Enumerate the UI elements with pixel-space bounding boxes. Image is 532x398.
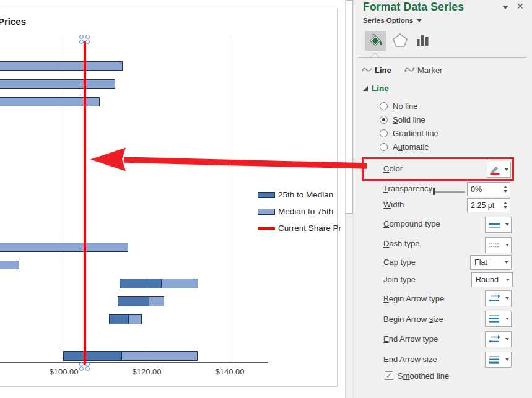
selection-handle[interactable] [79, 366, 84, 371]
x-axis-tick-label: $100.00 [50, 367, 79, 376]
chevron-down-icon [503, 358, 511, 361]
selection-handle[interactable] [85, 40, 90, 44]
pane-options-chevron-icon[interactable] [502, 6, 508, 9]
paint-bucket-icon [368, 33, 383, 49]
smoothed-line-checkbox[interactable]: ✓ [385, 371, 393, 380]
close-icon[interactable]: ✕ [517, 1, 524, 11]
selection-handle[interactable] [79, 40, 84, 44]
transparency-spinner[interactable]: 0% [467, 182, 510, 196]
compound-type-dropdown[interactable] [485, 217, 512, 233]
compound-lines-icon [486, 220, 503, 230]
tab-marker[interactable]: Marker [404, 66, 442, 75]
divider [359, 57, 527, 58]
scrollbar-thumb[interactable] [346, 0, 353, 214]
gridline [230, 36, 230, 362]
series-options-dropdown[interactable]: Series Options [363, 17, 422, 24]
radio-solid-line[interactable]: Solid line [380, 115, 425, 124]
section-line-header[interactable]: Line [363, 84, 389, 93]
cap-type-dropdown[interactable]: Flat [470, 255, 512, 270]
price-range-bar[interactable] [0, 261, 19, 269]
chevron-down-icon [502, 261, 511, 264]
series-options-label: Series Options [363, 17, 413, 24]
end-arrow-type-label: End Arrow type [383, 334, 438, 344]
selection-handle[interactable] [85, 366, 90, 371]
price-range-bar[interactable] [0, 243, 128, 252]
selection-handle[interactable] [85, 35, 90, 39]
legend-swatch-icon [258, 192, 275, 198]
chevron-down-icon [503, 223, 511, 226]
spinner-arrows-icon[interactable] [500, 199, 510, 212]
chart-legend[interactable]: 25th to MedianMedian to 75thCurrent Shar… [258, 186, 341, 236]
price-range-bar[interactable] [0, 79, 115, 89]
bar-segment-25th-to-median[interactable] [120, 279, 162, 288]
price-range-bar[interactable] [118, 296, 164, 306]
gridline [147, 36, 147, 362]
radio-automatic[interactable]: Automatic [380, 142, 429, 152]
chevron-down-icon [502, 168, 510, 171]
bar-chart-icon [415, 33, 430, 49]
radio-solid-line-label: Solid line [393, 115, 425, 124]
radio-gradient-line[interactable]: Gradient line [380, 128, 438, 138]
radio-icon[interactable] [380, 129, 388, 137]
chart-border [0, 9, 338, 9]
legend-label: 25th to Median [278, 190, 333, 199]
transparency-slider-thumb[interactable] [433, 188, 435, 195]
arrow-size-icon [486, 314, 503, 324]
legend-label: Median to 75th [278, 207, 333, 216]
begin-arrow-type-dropdown[interactable] [485, 290, 512, 306]
bar-segment-25th-to-median[interactable] [110, 315, 129, 324]
bar-segment-25th-to-median[interactable] [118, 297, 149, 306]
join-type-dropdown[interactable]: Round [471, 272, 513, 287]
x-axis-tick-label: $120.00 [133, 367, 162, 376]
legend-item[interactable]: Current Share Pr [258, 220, 341, 236]
radio-no-line[interactable]: No line [380, 101, 417, 111]
end-arrow-size-dropdown[interactable] [485, 352, 512, 368]
chart-area: Prices 25th to MedianMedian to 75thCurre… [0, 0, 345, 398]
radio-gradient-line-label: Gradient line [393, 129, 438, 138]
line-squiggle-icon [362, 66, 372, 75]
transparency-slider[interactable] [434, 191, 465, 193]
cap-type-label: Cap type [383, 257, 416, 267]
tab-series-options[interactable] [412, 31, 433, 51]
tab-fill-line[interactable] [365, 31, 386, 51]
end-arrow-type-dropdown[interactable] [485, 331, 512, 347]
line-color-icon [487, 164, 502, 175]
radio-icon[interactable] [380, 143, 388, 151]
radio-no-line-label: No line [393, 102, 417, 111]
format-data-series-pane: Format Data Series ✕ Series Options [353, 0, 532, 398]
color-picker-button[interactable] [487, 162, 511, 178]
selection-handle[interactable] [79, 35, 84, 39]
begin-arrow-size-dropdown[interactable] [485, 311, 512, 327]
tab-line-label: Line [375, 66, 391, 75]
price-range-bar[interactable] [120, 279, 198, 288]
bar-segment-25th-to-median[interactable] [64, 352, 122, 360]
compound-type-label: Compound type [383, 219, 440, 228]
spinner-arrows-icon[interactable] [500, 183, 510, 196]
radio-icon[interactable] [380, 116, 388, 124]
selection-handle[interactable] [85, 362, 90, 366]
tab-effects[interactable] [390, 31, 411, 51]
tab-line[interactable]: Line [362, 66, 391, 75]
legend-swatch-icon [258, 209, 275, 215]
width-label: Width [383, 200, 404, 209]
smoothed-line-label: Smoothed line [398, 371, 449, 381]
legend-item[interactable]: Median to 75th [258, 203, 341, 220]
price-range-bar[interactable] [0, 61, 123, 71]
width-value: 2.25 pt [468, 201, 500, 210]
chevron-down-icon [503, 318, 511, 320]
radio-automatic-label: Automatic [393, 142, 429, 152]
arrow-size-icon [486, 355, 503, 365]
chevron-down-icon [417, 19, 422, 22]
tab-marker-label: Marker [417, 66, 442, 75]
dash-type-dropdown[interactable] [485, 237, 512, 253]
legend-item[interactable]: 25th to Median [258, 186, 341, 203]
price-range-bar[interactable] [109, 314, 142, 324]
current-share-price-line[interactable] [84, 41, 86, 365]
selection-handle[interactable] [79, 362, 84, 366]
join-type-label: Join type [383, 275, 416, 284]
vertical-scrollbar[interactable] [345, 0, 353, 398]
collapse-triangle-icon [363, 86, 368, 91]
radio-icon[interactable] [380, 102, 388, 110]
width-spinner[interactable]: 2.25 pt [467, 198, 510, 212]
join-type-value: Round [472, 275, 503, 284]
